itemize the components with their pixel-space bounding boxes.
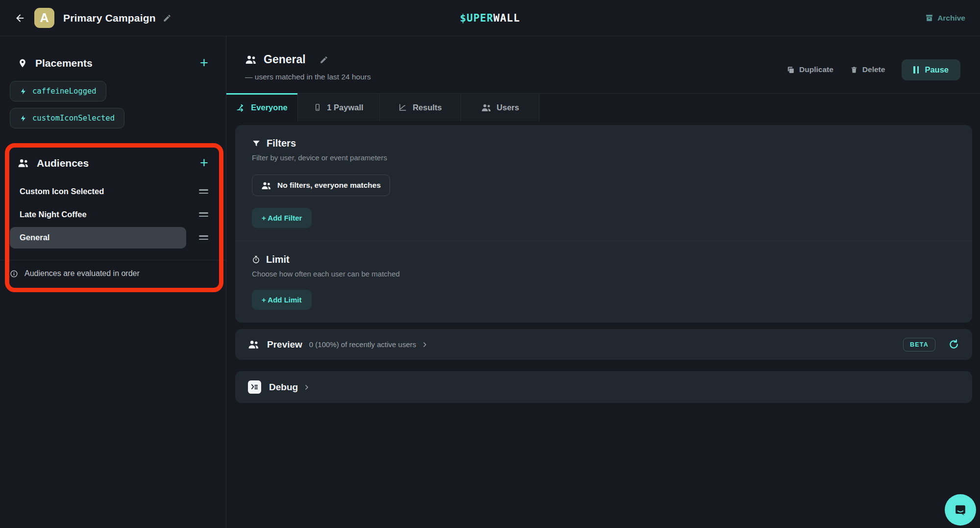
tab-paywall[interactable]: 1 Paywall: [298, 94, 380, 121]
placement-list: caffeineLogged customIconSelected: [0, 81, 226, 128]
users-icon: [245, 55, 257, 64]
duplicate-icon: [786, 66, 795, 74]
users-icon: [481, 103, 491, 112]
audience-item-late-night-coffee[interactable]: Late Night Coffee: [10, 204, 186, 226]
drag-handle-icon[interactable]: [199, 189, 208, 194]
tab-everyone[interactable]: Everyone: [226, 94, 298, 121]
edit-campaign-title-button[interactable]: [163, 14, 172, 23]
logo-white-part: WALL: [493, 12, 520, 24]
chevron-right-icon: [303, 383, 311, 391]
limit-subtitle: Choose how often each user can be matche…: [252, 270, 956, 278]
split-arrow-icon: [236, 103, 245, 112]
placement-tag-caffeinelogged[interactable]: caffeineLogged: [10, 81, 106, 101]
tab-label: Results: [413, 103, 442, 112]
no-filters-chip: No filters, everyone matches: [252, 175, 390, 196]
trash-icon: [850, 66, 858, 74]
tab-users[interactable]: Users: [461, 94, 539, 121]
delete-button[interactable]: Delete: [850, 65, 885, 74]
sidebar: Placements + caffeineLogged customIconSe…: [0, 36, 226, 528]
delete-label: Delete: [862, 65, 885, 74]
pencil-icon: [319, 55, 328, 64]
tab-label: Everyone: [251, 103, 287, 112]
audiences-header: Audiences +: [0, 156, 226, 170]
add-placement-button[interactable]: +: [200, 56, 208, 70]
audiences-footnote-text: Audiences are evaluated in order: [24, 269, 140, 278]
stopwatch-icon: [252, 255, 260, 264]
app-window: A Primary Campaign $UPERWALL Archive Pla…: [0, 0, 980, 528]
sidebar-divider: [0, 260, 226, 260]
pause-button[interactable]: Pause: [902, 59, 960, 80]
limit-title: Limit: [266, 254, 290, 265]
duplicate-button[interactable]: Duplicate: [786, 65, 833, 74]
drag-handle-icon[interactable]: [199, 235, 208, 240]
audience-row: Custom Icon Selected: [0, 180, 226, 203]
debug-bar[interactable]: Debug: [235, 371, 972, 403]
superwall-logo: $UPERWALL: [460, 12, 520, 24]
top-bar: A Primary Campaign $UPERWALL Archive: [0, 0, 980, 36]
preview-bar[interactable]: Preview 0 (100%) of recently active user…: [235, 329, 972, 360]
tab-bar: Everyone 1 Paywall Results Users: [226, 93, 980, 121]
audience-item-label: Custom Icon Selected: [20, 187, 104, 196]
audience-list: Custom Icon Selected Late Night Coffee G…: [0, 180, 226, 249]
audience-item-custom-icon-selected[interactable]: Custom Icon Selected: [10, 181, 186, 202]
lightning-bolt-icon: [20, 87, 27, 96]
add-filter-button[interactable]: + Add Filter: [252, 208, 312, 228]
add-limit-button[interactable]: + Add Limit: [252, 290, 312, 310]
limit-section: Limit Choose how often each user can be …: [252, 254, 956, 310]
beta-badge: BETA: [903, 338, 935, 352]
pause-label: Pause: [925, 65, 949, 75]
card-divider: [235, 241, 972, 241]
filters-section: Filters Filter by user, device or event …: [252, 138, 956, 228]
pencil-icon: [163, 14, 172, 23]
chart-icon: [398, 103, 407, 112]
placement-tag-label: caffeineLogged: [32, 87, 97, 96]
placement-tag-label: customIconSelected: [32, 114, 115, 123]
audiences-title: Audiences: [37, 157, 89, 169]
edit-audience-name-button[interactable]: [319, 55, 328, 64]
arrow-left-icon: [15, 13, 25, 24]
tab-results[interactable]: Results: [380, 94, 461, 121]
app-avatar[interactable]: A: [34, 8, 54, 28]
filters-title: Filters: [267, 138, 296, 149]
no-filters-chip-label: No filters, everyone matches: [277, 181, 381, 190]
phone-icon: [314, 103, 321, 112]
tab-label: 1 Paywall: [327, 103, 363, 112]
chevron-right-icon: [421, 341, 429, 349]
audience-header: General — users matched in the last 24 h…: [226, 36, 980, 81]
archive-box-icon: [925, 14, 933, 22]
audience-row: Late Night Coffee: [0, 203, 226, 226]
main-panel: General — users matched in the last 24 h…: [226, 36, 980, 528]
archive-button[interactable]: Archive: [925, 14, 965, 23]
add-audience-button[interactable]: +: [200, 156, 208, 170]
chat-widget-button[interactable]: [945, 494, 976, 526]
audience-item-label: Late Night Coffee: [20, 210, 87, 219]
audience-item-label: General: [20, 233, 49, 242]
placement-tag-customiconselected[interactable]: customIconSelected: [10, 108, 124, 128]
placements-section: Placements + caffeineLogged customIconSe…: [0, 56, 226, 128]
pause-icon: [913, 66, 919, 74]
info-icon: [10, 270, 18, 278]
users-icon: [18, 158, 29, 168]
placements-title: Placements: [35, 57, 93, 69]
filters-subtitle: Filter by user, device or event paramete…: [252, 153, 956, 162]
filters-limit-card: Filters Filter by user, device or event …: [235, 125, 972, 323]
chat-bubble-icon: [953, 503, 968, 517]
location-pin-icon: [18, 58, 27, 69]
filter-funnel-icon: [252, 139, 261, 148]
debug-title: Debug: [269, 382, 298, 393]
archive-label: Archive: [937, 14, 965, 23]
terminal-icon: [248, 380, 261, 394]
refresh-button[interactable]: [948, 339, 959, 350]
audiences-footnote: Audiences are evaluated in order: [0, 269, 226, 278]
back-button[interactable]: [15, 13, 25, 24]
audience-item-general[interactable]: General: [10, 227, 186, 249]
audiences-section: Audiences + Custom Icon Selected Late Ni…: [0, 156, 226, 278]
logo-teal-part: $UPER: [460, 12, 493, 24]
drag-handle-icon[interactable]: [199, 212, 208, 217]
placements-header: Placements +: [0, 56, 226, 70]
duplicate-label: Duplicate: [799, 65, 833, 74]
refresh-icon: [948, 339, 959, 350]
tab-label: Users: [497, 103, 519, 112]
preview-title: Preview: [267, 339, 302, 350]
users-icon: [248, 340, 259, 349]
